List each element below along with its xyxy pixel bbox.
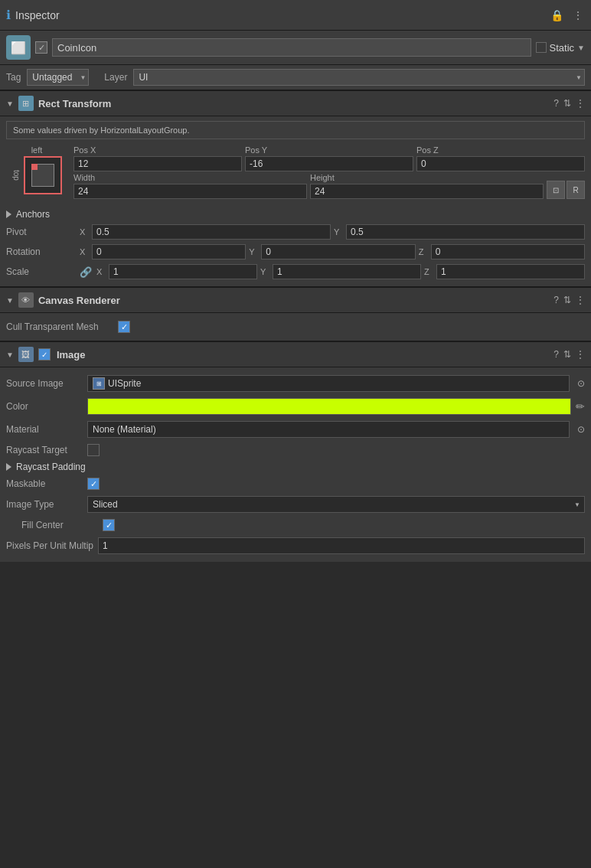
source-image-target-icon[interactable]: ⊙	[577, 378, 585, 389]
rect-transform-menu-icon[interactable]: ⋮	[576, 98, 585, 109]
image-header[interactable]: ▼ 🖼 ✓ Image ? ⇅ ⋮	[0, 341, 591, 367]
cull-transparent-label: Cull Transparent Mesh	[6, 321, 113, 332]
rect-buttons: ⊡ R	[547, 181, 585, 199]
raycast-padding-label: Raycast Padding	[16, 462, 86, 472]
rect-layout: left top Pos X Pos Y	[6, 145, 585, 202]
width-group: Width	[73, 173, 307, 199]
canvas-renderer-header[interactable]: ▼ 👁 Canvas Renderer ? ⇅ ⋮	[0, 287, 591, 313]
fill-center-label: Fill Center	[21, 520, 98, 530]
pos-z-group: Pos Z	[416, 145, 585, 171]
width-input[interactable]	[73, 184, 307, 199]
cube-icon: ⬜	[6, 35, 31, 60]
height-input[interactable]	[310, 184, 544, 199]
pos-z-input[interactable]	[416, 156, 585, 171]
rotation-x-label: X	[80, 247, 89, 256]
rect-transform-icon: ⊞	[18, 96, 34, 111]
image-help-icon[interactable]: ?	[553, 349, 559, 360]
rotation-y-input[interactable]	[261, 244, 415, 259]
material-value: None (Material)	[93, 424, 156, 435]
image-menu-icon[interactable]: ⋮	[576, 349, 585, 360]
maskable-label: Maskable	[6, 478, 83, 489]
rotation-label: Rotation	[6, 246, 75, 257]
layer-dropdown-wrapper[interactable]: UI	[133, 69, 585, 86]
color-label: Color	[6, 401, 83, 412]
layer-label: Layer	[104, 72, 127, 83]
pivot-row: Pivot X Y	[6, 222, 585, 242]
lock-icon[interactable]: 🔒	[549, 8, 565, 23]
canvas-renderer-help-icon[interactable]: ?	[553, 295, 559, 305]
anchor-box[interactable]	[24, 156, 62, 194]
static-dropdown-arrow[interactable]: ▼	[577, 44, 585, 52]
sprite-icon: ⊞	[93, 377, 105, 390]
pos-x-group: Pos X	[73, 145, 242, 171]
pivot-x-input[interactable]	[92, 224, 331, 240]
image-icon: 🖼	[18, 347, 34, 362]
canvas-renderer-icon: 👁	[18, 292, 34, 308]
info-text: Some values driven by HorizontalLayoutGr…	[6, 121, 585, 139]
tag-dropdown[interactable]: Untagged	[27, 69, 89, 86]
anchors-row[interactable]: Anchors	[6, 207, 585, 222]
pivot-fields: X Y	[80, 224, 585, 240]
pivot-label: Pivot	[6, 227, 75, 237]
anchor-selector: left top	[6, 145, 67, 194]
raycast-padding-collapse-icon	[6, 463, 11, 471]
static-checkbox[interactable]	[536, 42, 547, 53]
layer-dropdown[interactable]: UI	[133, 69, 585, 86]
fill-center-checkbox[interactable]: ✓	[103, 519, 115, 531]
pixels-per-unit-input[interactable]	[98, 537, 585, 554]
image-type-dropdown[interactable]: Sliced Simple Tiled Filled	[87, 496, 585, 513]
rotation-y-label: Y	[249, 247, 258, 256]
raycast-target-label: Raycast Target	[6, 445, 83, 455]
image-type-row: Image Type Sliced Simple Tiled Filled	[6, 493, 585, 516]
scale-x-input[interactable]	[109, 264, 257, 279]
canvas-renderer-menu-icon[interactable]: ⋮	[576, 295, 585, 305]
source-image-field[interactable]: ⊞ UISprite	[87, 375, 570, 392]
rect-transform-help-icon[interactable]: ?	[553, 98, 559, 109]
image-title: Image	[57, 349, 549, 361]
info-icon: ℹ	[6, 8, 11, 22]
raycast-padding-row[interactable]: Raycast Padding	[6, 459, 585, 475]
rotation-x-input[interactable]	[92, 244, 246, 259]
rect-btn-r[interactable]: R	[567, 181, 585, 199]
maskable-checkmark: ✓	[90, 479, 97, 489]
source-image-label: Source Image	[6, 378, 83, 389]
height-label: Height	[310, 173, 544, 182]
rect-transform-collapse-arrow: ▼	[6, 100, 14, 108]
tag-label: Tag	[6, 72, 21, 83]
scale-label: Scale	[6, 266, 75, 277]
eyedropper-icon[interactable]: ✏	[576, 400, 585, 413]
cull-transparent-checkbox[interactable]: ✓	[118, 321, 130, 333]
checkmark-icon: ✓	[38, 43, 45, 53]
rect-transform-header[interactable]: ▼ ⊞ Rect Transform ? ⇅ ⋮	[0, 90, 591, 116]
color-swatch[interactable]	[87, 398, 571, 415]
image-enabled-checkbox[interactable]: ✓	[38, 348, 51, 361]
pos-y-input[interactable]	[245, 156, 413, 171]
raycast-target-row: Raycast Target	[6, 441, 585, 459]
canvas-renderer-settings-icon[interactable]: ⇅	[563, 295, 571, 305]
pixels-per-unit-label: Pixels Per Unit Multip	[6, 540, 93, 551]
menu-icon[interactable]: ⋮	[571, 8, 585, 23]
scale-z-input[interactable]	[436, 264, 585, 279]
material-target-icon[interactable]: ⊙	[577, 424, 585, 435]
rect-transform-settings-icon[interactable]: ⇅	[563, 98, 571, 109]
link-icon[interactable]: 🔗	[80, 266, 92, 278]
material-field[interactable]: None (Material)	[87, 421, 570, 438]
scale-y-input[interactable]	[273, 264, 421, 279]
object-name-input[interactable]	[52, 38, 531, 57]
fill-center-checkmark: ✓	[106, 520, 113, 530]
image-type-dropdown-wrapper[interactable]: Sliced Simple Tiled Filled	[87, 496, 585, 513]
pivot-y-input[interactable]	[346, 224, 585, 240]
enabled-checkbox[interactable]: ✓	[35, 41, 47, 54]
raycast-target-checkbox[interactable]	[87, 444, 100, 456]
maskable-checkbox[interactable]: ✓	[87, 478, 100, 490]
rotation-z-input[interactable]	[431, 244, 585, 259]
tag-dropdown-wrapper[interactable]: Untagged	[27, 69, 89, 86]
anchor-top-label: left	[31, 145, 43, 155]
height-group: Height	[310, 173, 544, 199]
rect-btn-square[interactable]: ⊡	[547, 181, 565, 199]
image-settings-icon[interactable]: ⇅	[563, 349, 571, 360]
scale-y-label: Y	[260, 267, 269, 276]
pos-x-input[interactable]	[73, 156, 242, 171]
tag-layer-row: Tag Untagged Layer UI	[0, 65, 591, 90]
color-row: Color ✏	[6, 395, 585, 418]
